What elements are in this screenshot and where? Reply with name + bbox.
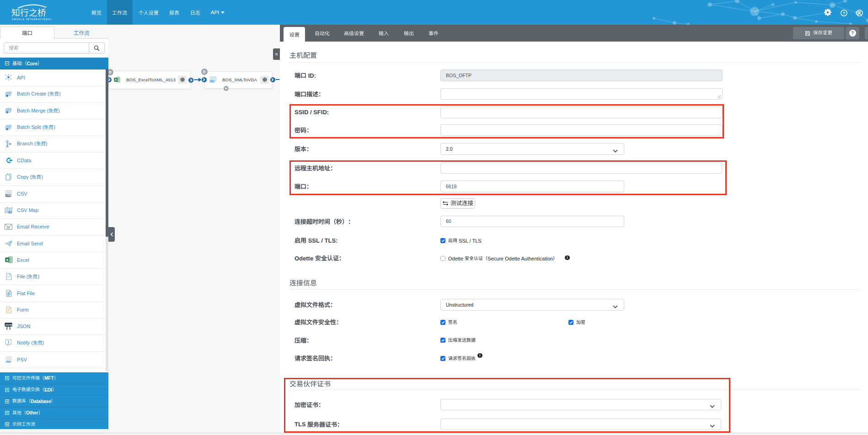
svg-text:X: X xyxy=(115,77,117,81)
svg-text:{}: {} xyxy=(6,327,11,330)
svg-text:.PSV: .PSV xyxy=(5,361,11,363)
svg-text:X: X xyxy=(6,258,9,262)
svg-text:!: ! xyxy=(8,340,9,345)
svg-text:XML: XML xyxy=(210,80,214,82)
svg-text:JSON: JSON xyxy=(5,324,12,326)
svg-text:?: ? xyxy=(843,11,845,16)
svg-text:CSV: CSV xyxy=(8,211,12,213)
svg-text:.CSV: .CSV xyxy=(5,194,11,196)
